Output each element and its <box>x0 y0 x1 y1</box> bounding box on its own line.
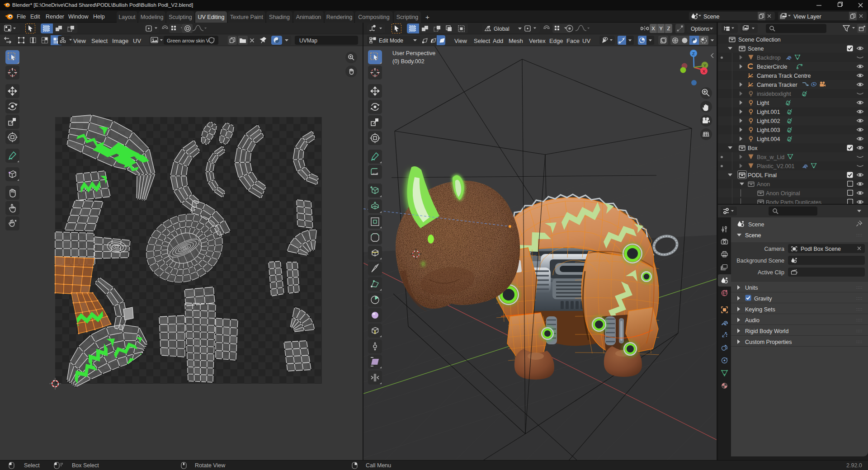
svg-text:User Perspective: User Perspective <box>392 50 435 56</box>
svg-text:X: X <box>703 69 706 74</box>
svg-text:(0) Body.002: (0) Body.002 <box>392 58 425 65</box>
svg-text:Y: Y <box>703 63 706 68</box>
svg-text:Z: Z <box>692 51 695 56</box>
